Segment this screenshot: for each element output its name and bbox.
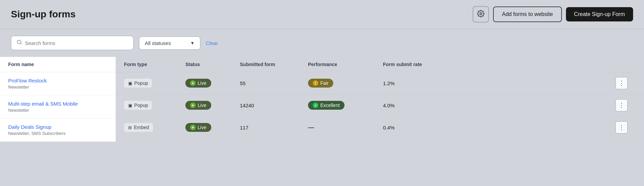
submitted-cell: 14240 (240, 103, 308, 108)
name-panel: Form name ProFlow Restock Newsletter Mul… (0, 57, 116, 142)
status-cell: Live (185, 79, 240, 88)
more-options-button[interactable]: ⋮ (615, 99, 628, 111)
name-row: Daily Deals Signup Newsletter, SMS Subsc… (0, 119, 116, 142)
chevron-down-icon: ▼ (190, 41, 195, 46)
table-header: Form type Status Submitted form Performa… (116, 57, 644, 72)
rate-cell: 4.0% (383, 103, 615, 108)
actions-cell: ⋮ (615, 77, 636, 89)
status-cell: Live (185, 101, 240, 110)
check-icon: ✓ (313, 103, 318, 108)
page-title: Sign-up forms (11, 9, 76, 20)
performance-cell: ! Fair (308, 79, 383, 88)
search-box (11, 36, 134, 50)
table-row: ⊞ Embed Live 117 — 0.4% ⋮ (116, 117, 644, 139)
name-row: Multi-step email & SMS Mobile Newsletter (0, 95, 116, 119)
col-actions-header (615, 62, 636, 67)
type-cell: ▣ Popup (124, 101, 185, 110)
create-form-button[interactable]: Create Sign-up Form (566, 7, 633, 21)
col-type-header: Form type (124, 62, 185, 67)
form-sub: Newsletter (8, 84, 107, 90)
popup-icon: ▣ (128, 81, 132, 86)
rate-cell: 1.2% (383, 80, 615, 86)
actions-cell: ⋮ (615, 121, 636, 134)
add-forms-button[interactable]: Add forms to website (493, 6, 562, 22)
type-badge: ▣ Popup (124, 79, 152, 88)
live-dot-icon (190, 80, 196, 86)
type-badge: ▣ Popup (124, 101, 152, 110)
name-row: ProFlow Restock Newsletter (0, 72, 116, 95)
form-name-link[interactable]: Multi-step email & SMS Mobile (8, 101, 107, 107)
status-filter-dropdown[interactable]: All statuses ▼ (139, 36, 200, 50)
live-dot-icon (190, 125, 196, 130)
more-options-button[interactable]: ⋮ (615, 121, 628, 134)
form-name-link[interactable]: Daily Deals Signup (8, 124, 107, 130)
form-name-link[interactable]: ProFlow Restock (8, 78, 107, 83)
filter-label: All statuses (145, 40, 171, 46)
status-badge: Live (185, 79, 211, 88)
actions-cell: ⋮ (615, 99, 636, 111)
search-input[interactable] (25, 40, 128, 46)
status-cell: Live (185, 123, 240, 132)
warning-icon: ! (313, 80, 318, 86)
col-submitted-header: Submitted form (240, 62, 308, 67)
embed-icon: ⊞ (128, 125, 132, 130)
live-dot-icon (190, 103, 196, 108)
col-performance-header: Performance (308, 62, 383, 67)
submitted-cell: 55 (240, 80, 308, 86)
form-sub: Newsletter (8, 108, 107, 113)
submitted-cell: 117 (240, 125, 308, 130)
type-cell: ▣ Popup (124, 79, 185, 88)
data-panel: Form type Status Submitted form Performa… (116, 57, 644, 142)
svg-line-2 (20, 43, 21, 44)
svg-point-0 (480, 13, 482, 15)
col-status-header: Status (185, 62, 240, 67)
status-badge: Live (185, 123, 211, 132)
popup-icon: ▣ (128, 103, 132, 108)
form-sub: Newsletter, SMS Subscribers (8, 131, 107, 136)
performance-badge: ! Fair (308, 79, 333, 88)
status-badge: Live (185, 101, 211, 110)
col-rate-header: Form submit rate (383, 62, 615, 67)
name-column-header: Form name (0, 57, 116, 72)
performance-dash: — (308, 124, 314, 131)
table-row: ▣ Popup Live 55 ! Fair 1.2% (116, 72, 644, 94)
page-header: Sign-up forms Add forms to website Creat… (0, 0, 644, 29)
header-actions: Add forms to website Create Sign-up Form (473, 6, 633, 22)
toolbar: All statuses ▼ Clear (0, 29, 644, 57)
performance-badge: ✓ Excellent (308, 101, 344, 110)
performance-cell: — (308, 124, 383, 131)
more-options-button[interactable]: ⋮ (615, 77, 628, 89)
type-cell: ⊞ Embed (124, 123, 185, 132)
performance-cell: ✓ Excellent (308, 101, 383, 110)
type-badge: ⊞ Embed (124, 123, 153, 132)
rate-cell: 0.4% (383, 125, 615, 130)
table-row: ▣ Popup Live 14240 ✓ Excellent 4 (116, 94, 644, 117)
settings-button[interactable] (473, 6, 489, 22)
clear-button[interactable]: Clear (206, 40, 218, 46)
search-icon (17, 40, 22, 46)
forms-table: Form name ProFlow Restock Newsletter Mul… (0, 57, 644, 142)
gear-icon (477, 10, 485, 19)
svg-point-1 (17, 40, 21, 44)
